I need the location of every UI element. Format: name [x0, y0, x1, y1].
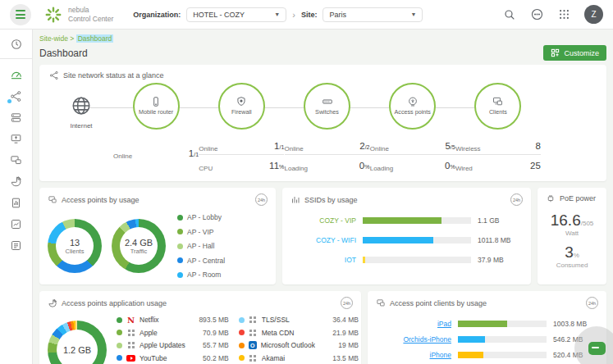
card-title: SSIDs by usage — [304, 196, 358, 204]
page-title: Dashboard — [39, 48, 88, 59]
breadcrumb-chevron-icon: › — [292, 10, 295, 20]
poe-consumed-label: Consumed — [546, 262, 598, 269]
bar-track — [363, 257, 471, 263]
poe-watt-total: /505 — [581, 220, 594, 227]
period-24h-badge[interactable]: 24h — [510, 193, 523, 206]
access-points-circle[interactable]: Access points — [389, 83, 436, 130]
client-devices-icon — [376, 298, 386, 307]
glance-title: Site network status at a glance — [63, 71, 164, 80]
app-usage-row: YouTube50.2 MB — [117, 354, 229, 362]
ssid-row: COZY - VIP 1.1 GB — [290, 216, 523, 225]
client-name-link[interactable]: Orchids-iPhone — [376, 335, 451, 344]
sidebar-item-logs-icon[interactable] — [7, 238, 26, 253]
nebula-logo-icon — [44, 6, 62, 24]
app-legend-col2: TLS/SSL36.4 MB Meta CDN21.9 MB Microsoft… — [239, 316, 359, 364]
legend-dot — [117, 317, 122, 323]
search-icon[interactable] — [503, 8, 516, 21]
topology-icon — [49, 71, 59, 80]
client-name-link[interactable]: iPad — [376, 320, 451, 328]
firewall-stats: Online1/1 CPU11% — [199, 137, 284, 174]
period-24h-badge[interactable]: 24h — [341, 297, 353, 309]
mobile-router-circle[interactable]: Mobile router — [133, 83, 180, 130]
ssid-name-link[interactable]: IOT — [290, 256, 356, 264]
internet-node: Internet — [49, 83, 113, 174]
usage-value: 1011.8 MB — [478, 236, 523, 244]
ssids-by-usage-card: SSIDs by usage 24h COZY - VIP 1.1 GB COZ… — [282, 188, 531, 284]
legend-dot — [177, 272, 183, 278]
legend-item: AP - Lobby — [177, 213, 225, 221]
sidebar-item-reports-icon[interactable] — [7, 195, 26, 210]
ssid-name-link[interactable]: COZY - VIP — [290, 216, 356, 225]
usage-bar — [363, 217, 441, 224]
ssid-name-link[interactable]: COZY - WIFI — [290, 236, 356, 244]
app-usage-row: Meta CDN21.9 MB — [239, 329, 359, 337]
site-label: Site: — [301, 11, 318, 19]
usage-bar — [458, 321, 507, 327]
breadcrumb-dashboard-link[interactable]: Dashboard — [76, 34, 114, 43]
sidebar-item-topology-icon[interactable] — [7, 89, 26, 103]
netflix-icon — [126, 316, 135, 324]
client-usage-card: Access point clients by usage 24h iPad10… — [368, 291, 606, 364]
poe-percent: 3 — [565, 243, 574, 261]
legend-dot — [239, 330, 245, 335]
discover-icon[interactable] — [7, 37, 26, 52]
site-select[interactable]: Paris▼ — [323, 7, 423, 22]
sidebar-item-firmware-icon[interactable] — [7, 131, 26, 146]
customize-button[interactable]: Customize — [543, 45, 606, 61]
usage-bar — [458, 352, 483, 358]
help-ellipsis-icon[interactable] — [530, 7, 544, 21]
bar-track — [363, 217, 471, 224]
poe-plug-icon — [546, 193, 556, 203]
bar-chart-icon — [290, 195, 300, 205]
application-usage-donut-chart: 1.2 GB — [48, 321, 107, 364]
legend-dot — [177, 215, 183, 221]
node-label: Clients — [489, 109, 507, 116]
sidebar — [0, 30, 33, 364]
sidebar-item-applications-icon[interactable] — [7, 174, 26, 189]
switches-node: Switches Online2/2 Loading0% — [284, 83, 369, 174]
poe-power-card: PoE power 16.6/505 Watt 3% Consumed — [538, 188, 606, 284]
avatar[interactable]: Z — [584, 5, 603, 24]
sidebar-item-devices-icon[interactable] — [7, 110, 26, 125]
legend-dot — [117, 330, 122, 335]
node-label: Access points — [395, 109, 431, 116]
legend-item: AP - VIP — [177, 228, 225, 236]
bar-track — [458, 321, 547, 327]
outlook-icon — [249, 341, 257, 349]
clients-stats: Wireless8 Wired25 — [455, 137, 541, 174]
chevron-down-icon: ▼ — [274, 11, 280, 17]
apps-grid-icon[interactable] — [558, 8, 570, 20]
switch-icon — [321, 96, 334, 107]
access-point-device-icon — [48, 195, 57, 204]
legend-dot — [117, 343, 122, 348]
period-24h-badge[interactable]: 24h — [255, 193, 268, 206]
switches-stats: Online2/2 Loading0% — [285, 137, 370, 174]
client-name-link[interactable]: iPhone — [376, 351, 451, 359]
period-24h-badge[interactable]: 24h — [586, 297, 598, 309]
breadcrumb-site-wide-link[interactable]: Site-wide > — [39, 34, 74, 43]
sidebar-item-analytics-icon[interactable] — [7, 216, 26, 231]
clients-circle[interactable]: Clients — [474, 83, 521, 130]
breadcrumb: Site-wide > Dashboard — [39, 34, 606, 43]
legend-item: AP - Central — [177, 257, 225, 265]
legend-dot — [239, 355, 245, 361]
access-points-by-usage-card: Access points by usage 24h 13Clients 2.4… — [39, 188, 276, 284]
bar-track — [363, 237, 471, 243]
usage-value: 1.1 GB — [478, 216, 523, 225]
sidebar-item-dashboard-icon[interactable] — [7, 67, 26, 82]
firewall-shield-icon — [236, 96, 247, 107]
client-bars: iPad1003.8 MB Orchids-iPhone546.2 MB iPh… — [376, 320, 598, 364]
switches-circle[interactable]: Switches — [304, 83, 350, 130]
card-title: Access points by usage — [62, 196, 140, 204]
menu-icon[interactable] — [10, 4, 31, 25]
legend-dot — [239, 343, 245, 348]
usage-bar — [458, 336, 485, 343]
poe-watt-unit: Watt — [546, 230, 598, 237]
client-row: iPad1003.8 MB — [376, 320, 598, 328]
legend-dot — [239, 317, 245, 323]
organization-select[interactable]: HOTEL - COZY▼ — [186, 7, 286, 22]
chat-support-button[interactable] — [574, 326, 613, 364]
sidebar-item-clients-icon[interactable] — [7, 152, 26, 167]
firewall-node: Firewall Online1/1 CPU11% — [199, 83, 284, 174]
firewall-circle[interactable]: Firewall — [218, 83, 265, 130]
